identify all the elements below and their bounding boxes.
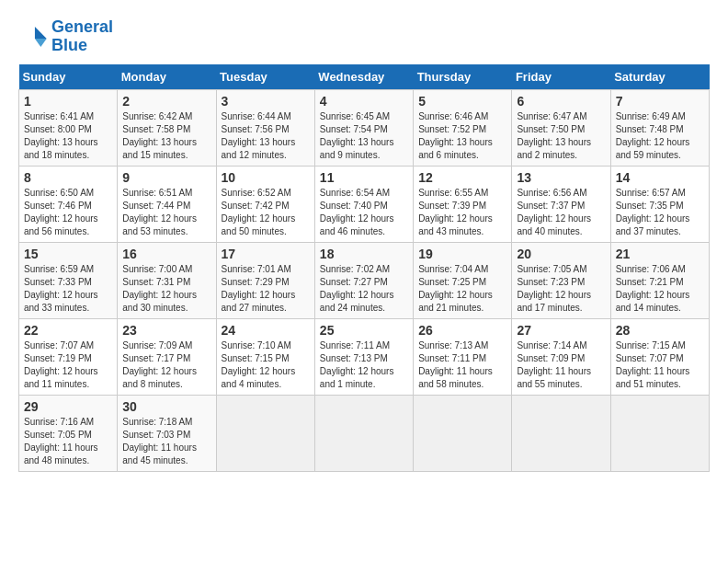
calendar-cell: 22 Sunrise: 7:07 AMSunset: 7:19 PMDaylig…	[19, 318, 118, 395]
day-number: 19	[418, 247, 506, 261]
day-info: Sunrise: 6:56 AMSunset: 7:37 PMDaylight:…	[517, 187, 605, 238]
calendar-cell: 18 Sunrise: 7:02 AMSunset: 7:27 PMDaylig…	[314, 242, 413, 318]
calendar-week-4: 29 Sunrise: 7:16 AMSunset: 7:05 PMDaylig…	[19, 395, 710, 471]
day-info: Sunrise: 6:55 AMSunset: 7:39 PMDaylight:…	[418, 187, 506, 238]
calendar-week-0: 1 Sunrise: 6:41 AMSunset: 8:00 PMDayligh…	[19, 89, 710, 166]
calendar-cell: 19 Sunrise: 7:04 AMSunset: 7:25 PMDaylig…	[414, 242, 512, 318]
logo: General Blue	[18, 18, 113, 55]
calendar-cell: 23 Sunrise: 7:09 AMSunset: 7:17 PMDaylig…	[118, 318, 216, 395]
calendar-cell: 1 Sunrise: 6:41 AMSunset: 8:00 PMDayligh…	[19, 89, 118, 166]
day-number: 25	[320, 323, 408, 338]
weekday-row: SundayMondayTuesdayWednesdayThursdayFrid…	[19, 64, 710, 90]
day-number: 28	[616, 323, 704, 338]
day-number: 15	[24, 247, 112, 261]
calendar-cell: 3 Sunrise: 6:44 AMSunset: 7:56 PMDayligh…	[216, 89, 314, 166]
day-info: Sunrise: 7:04 AMSunset: 7:25 PMDaylight:…	[418, 263, 506, 315]
day-number: 6	[517, 94, 605, 109]
day-info: Sunrise: 6:54 AMSunset: 7:40 PMDaylight:…	[320, 187, 408, 238]
weekday-header-friday: Friday	[512, 64, 610, 90]
weekday-header-saturday: Saturday	[610, 64, 709, 90]
day-number: 20	[517, 247, 605, 261]
calendar-cell	[414, 395, 512, 471]
day-info: Sunrise: 7:06 AMSunset: 7:21 PMDaylight:…	[616, 263, 704, 315]
day-number: 9	[122, 170, 210, 185]
calendar-cell: 2 Sunrise: 6:42 AMSunset: 7:58 PMDayligh…	[118, 89, 216, 166]
calendar-cell	[610, 395, 709, 471]
day-number: 29	[24, 399, 112, 414]
calendar-cell: 28 Sunrise: 7:15 AMSunset: 7:07 PMDaylig…	[610, 318, 709, 395]
calendar-cell: 8 Sunrise: 6:50 AMSunset: 7:46 PMDayligh…	[19, 166, 118, 242]
calendar-cell: 11 Sunrise: 6:54 AMSunset: 7:40 PMDaylig…	[314, 166, 413, 242]
calendar-week-2: 15 Sunrise: 6:59 AMSunset: 7:33 PMDaylig…	[19, 242, 710, 318]
logo-icon	[18, 22, 48, 52]
day-number: 4	[320, 94, 408, 109]
day-info: Sunrise: 7:16 AMSunset: 7:05 PMDaylight:…	[24, 416, 112, 467]
day-info: Sunrise: 6:42 AMSunset: 7:58 PMDaylight:…	[122, 110, 210, 162]
day-number: 27	[517, 323, 605, 338]
logo-text: General Blue	[51, 18, 113, 55]
day-number: 11	[320, 170, 408, 185]
day-info: Sunrise: 7:02 AMSunset: 7:27 PMDaylight:…	[320, 263, 408, 315]
day-number: 22	[24, 323, 112, 338]
calendar-cell: 29 Sunrise: 7:16 AMSunset: 7:05 PMDaylig…	[19, 395, 118, 471]
calendar-cell: 12 Sunrise: 6:55 AMSunset: 7:39 PMDaylig…	[414, 166, 512, 242]
day-number: 26	[418, 323, 506, 338]
calendar-cell: 15 Sunrise: 6:59 AMSunset: 7:33 PMDaylig…	[19, 242, 118, 318]
weekday-header-wednesday: Wednesday	[314, 64, 413, 90]
day-info: Sunrise: 7:15 AMSunset: 7:07 PMDaylight:…	[616, 339, 704, 391]
calendar-cell	[314, 395, 413, 471]
day-info: Sunrise: 7:00 AMSunset: 7:31 PMDaylight:…	[122, 263, 210, 315]
svg-marker-0	[35, 27, 47, 39]
calendar-header: SundayMondayTuesdayWednesdayThursdayFrid…	[19, 64, 710, 90]
day-info: Sunrise: 6:44 AMSunset: 7:56 PMDaylight:…	[222, 110, 310, 162]
day-number: 24	[222, 323, 310, 338]
svg-marker-1	[35, 39, 47, 47]
day-info: Sunrise: 7:11 AMSunset: 7:13 PMDaylight:…	[320, 339, 408, 391]
day-info: Sunrise: 7:01 AMSunset: 7:29 PMDaylight:…	[222, 263, 310, 315]
calendar-cell: 4 Sunrise: 6:45 AMSunset: 7:54 PMDayligh…	[314, 89, 413, 166]
day-number: 10	[222, 170, 310, 185]
calendar-week-3: 22 Sunrise: 7:07 AMSunset: 7:19 PMDaylig…	[19, 318, 710, 395]
calendar-cell: 26 Sunrise: 7:13 AMSunset: 7:11 PMDaylig…	[414, 318, 512, 395]
day-number: 2	[122, 94, 210, 109]
day-info: Sunrise: 6:51 AMSunset: 7:44 PMDaylight:…	[122, 187, 210, 238]
day-number: 18	[320, 247, 408, 261]
day-info: Sunrise: 7:07 AMSunset: 7:19 PMDaylight:…	[24, 339, 112, 391]
day-info: Sunrise: 6:59 AMSunset: 7:33 PMDaylight:…	[24, 263, 112, 315]
day-info: Sunrise: 7:18 AMSunset: 7:03 PMDaylight:…	[122, 416, 210, 467]
calendar-body: 1 Sunrise: 6:41 AMSunset: 8:00 PMDayligh…	[19, 89, 710, 471]
calendar-cell: 30 Sunrise: 7:18 AMSunset: 7:03 PMDaylig…	[118, 395, 216, 471]
calendar-cell: 14 Sunrise: 6:57 AMSunset: 7:35 PMDaylig…	[610, 166, 709, 242]
day-info: Sunrise: 6:50 AMSunset: 7:46 PMDaylight:…	[24, 187, 112, 238]
day-number: 21	[616, 247, 704, 261]
day-number: 30	[122, 399, 210, 414]
calendar-cell: 5 Sunrise: 6:46 AMSunset: 7:52 PMDayligh…	[414, 89, 512, 166]
calendar-cell	[216, 395, 314, 471]
day-info: Sunrise: 6:52 AMSunset: 7:42 PMDaylight:…	[222, 187, 310, 238]
day-info: Sunrise: 6:57 AMSunset: 7:35 PMDaylight:…	[616, 187, 704, 238]
calendar-cell: 17 Sunrise: 7:01 AMSunset: 7:29 PMDaylig…	[216, 242, 314, 318]
day-number: 5	[418, 94, 506, 109]
calendar-cell: 24 Sunrise: 7:10 AMSunset: 7:15 PMDaylig…	[216, 318, 314, 395]
day-info: Sunrise: 7:05 AMSunset: 7:23 PMDaylight:…	[517, 263, 605, 315]
day-number: 23	[122, 323, 210, 338]
calendar-table: SundayMondayTuesdayWednesdayThursdayFrid…	[18, 64, 710, 472]
day-number: 14	[616, 170, 704, 185]
calendar-cell: 27 Sunrise: 7:14 AMSunset: 7:09 PMDaylig…	[512, 318, 610, 395]
day-info: Sunrise: 6:46 AMSunset: 7:52 PMDaylight:…	[418, 110, 506, 162]
day-info: Sunrise: 7:09 AMSunset: 7:17 PMDaylight:…	[122, 339, 210, 391]
calendar-cell: 13 Sunrise: 6:56 AMSunset: 7:37 PMDaylig…	[512, 166, 610, 242]
calendar-cell: 7 Sunrise: 6:49 AMSunset: 7:48 PMDayligh…	[610, 89, 709, 166]
weekday-header-thursday: Thursday	[414, 64, 512, 90]
day-info: Sunrise: 6:49 AMSunset: 7:48 PMDaylight:…	[616, 110, 704, 162]
day-info: Sunrise: 6:45 AMSunset: 7:54 PMDaylight:…	[320, 110, 408, 162]
day-info: Sunrise: 6:41 AMSunset: 8:00 PMDaylight:…	[24, 110, 112, 162]
day-number: 17	[222, 247, 310, 261]
day-number: 16	[122, 247, 210, 261]
day-number: 12	[418, 170, 506, 185]
weekday-header-sunday: Sunday	[19, 64, 118, 90]
calendar-week-1: 8 Sunrise: 6:50 AMSunset: 7:46 PMDayligh…	[19, 166, 710, 242]
weekday-header-tuesday: Tuesday	[216, 64, 314, 90]
day-info: Sunrise: 7:14 AMSunset: 7:09 PMDaylight:…	[517, 339, 605, 391]
day-info: Sunrise: 7:10 AMSunset: 7:15 PMDaylight:…	[222, 339, 310, 391]
